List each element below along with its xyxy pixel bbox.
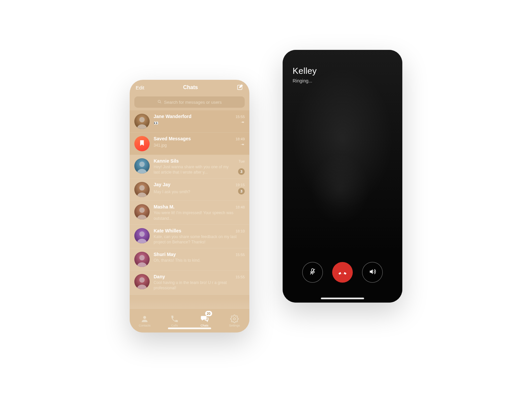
chat-name: Jay Jay bbox=[154, 182, 171, 187]
chat-row[interactable]: Jane Wanderford15:55👀 bbox=[130, 110, 249, 133]
bookmark-icon bbox=[138, 139, 146, 148]
chats-list[interactable]: Jane Wanderford15:55👀Saved Messages18:49… bbox=[130, 110, 249, 295]
chat-content: Masha M.18:48You were lit! I'm impressed… bbox=[154, 204, 245, 221]
chat-time: 18:48 bbox=[235, 205, 245, 209]
svg-point-14 bbox=[139, 231, 145, 237]
chat-time: 18:49 bbox=[235, 137, 245, 141]
chat-time: 15:55 bbox=[235, 275, 245, 279]
svg-point-3 bbox=[158, 100, 161, 102]
svg-point-10 bbox=[139, 185, 145, 191]
svg-point-18 bbox=[139, 277, 145, 283]
pin-icon bbox=[240, 120, 245, 126]
chat-row[interactable]: Jay Jay19:15May I ask you smth?3 bbox=[130, 179, 249, 201]
list-fade bbox=[130, 299, 249, 309]
chat-row[interactable]: Dany15:55Cool having u in the team bro! … bbox=[130, 271, 249, 294]
phone-icon bbox=[170, 315, 179, 323]
tab-label: Chats bbox=[200, 324, 208, 327]
chat-row[interactable]: Kate Whilles18:10Kate, can you share som… bbox=[130, 225, 249, 248]
chat-name: Kannie Sils bbox=[154, 158, 179, 164]
saved-messages-avatar bbox=[134, 136, 150, 151]
call-status: Ringing... bbox=[293, 78, 317, 83]
svg-point-20 bbox=[233, 318, 236, 320]
home-indicator[interactable] bbox=[168, 328, 211, 329]
chat-name: Saved Messages bbox=[154, 136, 191, 141]
edit-button[interactable]: Edit bbox=[136, 85, 144, 90]
chat-name: Jane Wanderford bbox=[154, 114, 192, 119]
svg-point-12 bbox=[139, 207, 145, 213]
chat-row[interactable]: Saved Messages18:49341.jpg bbox=[130, 133, 249, 155]
phone-hangup-icon bbox=[337, 267, 347, 278]
chat-content: Kannie SilsTueHey! Just wanna share with… bbox=[154, 158, 245, 175]
avatar bbox=[134, 182, 150, 197]
mute-button[interactable] bbox=[302, 262, 323, 283]
svg-point-8 bbox=[139, 162, 145, 167]
search-input[interactable]: Search for messages or users bbox=[134, 96, 245, 108]
chat-content: Kate Whilles18:10Kate, can you share som… bbox=[154, 228, 245, 245]
chat-time: 18:10 bbox=[235, 229, 245, 233]
end-call-button[interactable] bbox=[332, 262, 353, 283]
chat-preview: 341.jpg bbox=[154, 143, 167, 148]
chat-meta bbox=[240, 120, 245, 126]
callee-name: Kelley bbox=[293, 66, 317, 76]
compose-button[interactable] bbox=[237, 84, 243, 91]
chat-preview: Kate, can you share some feedback on my … bbox=[154, 234, 242, 245]
microphone-off-icon bbox=[309, 268, 317, 277]
avatar bbox=[134, 252, 150, 267]
chat-time: Tue bbox=[238, 159, 245, 163]
chat-name: Kate Whilles bbox=[154, 228, 181, 233]
chat-content: Jane Wanderford15:55👀 bbox=[154, 114, 245, 126]
call-controls bbox=[283, 262, 402, 283]
search-icon bbox=[157, 99, 162, 105]
chat-name: Shuri May bbox=[154, 252, 176, 257]
chat-preview: You were lit! I'm impressed! Your speech… bbox=[154, 210, 242, 221]
contacts-icon bbox=[140, 315, 149, 323]
svg-point-6 bbox=[139, 117, 145, 122]
chat-time: 19:15 bbox=[235, 183, 245, 187]
chat-preview: Hey! Just wanna share with you one of my… bbox=[154, 164, 235, 175]
chat-content: Dany15:55Cool having u in the team bro! … bbox=[154, 274, 245, 291]
chats-header: Edit Chats bbox=[130, 80, 249, 95]
avatar bbox=[134, 228, 150, 243]
chat-row[interactable]: Kannie SilsTueHey! Just wanna share with… bbox=[130, 155, 249, 179]
chat-content: Saved Messages18:49341.jpg bbox=[154, 136, 245, 148]
unread-badge: 3 bbox=[238, 188, 245, 195]
tab-label: Contacts bbox=[139, 324, 151, 327]
chat-name: Dany bbox=[154, 274, 165, 279]
compose-icon bbox=[237, 86, 243, 91]
home-indicator[interactable] bbox=[321, 298, 364, 299]
tab-label: Calls bbox=[171, 324, 178, 327]
search-placeholder: Search for messages or users bbox=[164, 100, 221, 105]
svg-point-19 bbox=[143, 316, 146, 319]
chat-preview: May I ask you smth? bbox=[154, 189, 190, 195]
chat-time: 15:55 bbox=[235, 253, 245, 257]
svg-line-4 bbox=[160, 102, 161, 103]
chat-preview: Oh, thanks! This is to kind. bbox=[154, 258, 200, 263]
speaker-button[interactable] bbox=[362, 262, 383, 283]
tab-contacts[interactable]: Contacts bbox=[130, 309, 160, 332]
chat-preview: 👀 bbox=[154, 120, 159, 126]
chat-content: Jay Jay19:15May I ask you smth?3 bbox=[154, 182, 245, 195]
chat-content: Shuri May15:55Oh, thanks! This is to kin… bbox=[154, 252, 245, 263]
chat-row[interactable]: Masha M.18:48You were lit! I'm impressed… bbox=[130, 201, 249, 224]
avatar bbox=[134, 114, 150, 129]
chat-preview: Cool having u in the team bro! U r a gre… bbox=[154, 280, 242, 291]
mockup-stage: Kelley Ringing... bbox=[130, 50, 402, 349]
chat-meta: 3 bbox=[238, 168, 245, 175]
unread-badge: 3 bbox=[238, 168, 245, 175]
avatar bbox=[134, 204, 150, 219]
chat-name: Masha M. bbox=[154, 204, 175, 209]
pin-icon bbox=[240, 142, 245, 148]
avatar bbox=[134, 274, 150, 289]
chat-row[interactable]: Shuri May15:55Oh, thanks! This is to kin… bbox=[130, 248, 249, 271]
chat-meta bbox=[240, 142, 245, 148]
tab-settings[interactable]: Settings bbox=[219, 309, 249, 332]
chats-screen: Edit Chats Search for messages or users bbox=[130, 80, 249, 332]
avatar bbox=[134, 158, 150, 174]
call-screen: Kelley Ringing... bbox=[283, 50, 402, 303]
speaker-icon bbox=[368, 268, 376, 277]
tab-label: Settings bbox=[229, 324, 240, 327]
gear-icon bbox=[230, 315, 239, 323]
chat-meta: 3 bbox=[238, 188, 245, 195]
page-title: Chats bbox=[183, 84, 198, 90]
chat-time: 15:55 bbox=[235, 115, 245, 119]
